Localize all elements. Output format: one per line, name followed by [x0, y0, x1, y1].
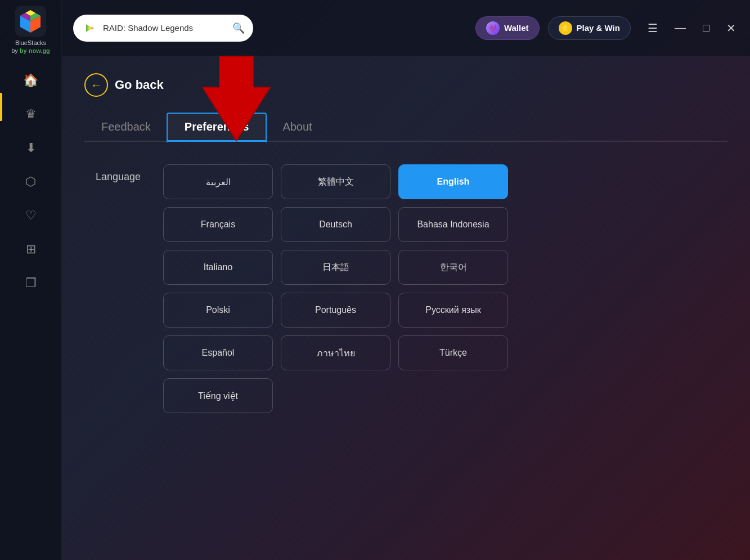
sidebar-nav: 🏠 ♛ ⬇ ⬡ ♡ ⊞ ❐	[0, 66, 61, 297]
lang-btn-pl[interactable]: Polski	[163, 293, 273, 328]
sidebar-item-home[interactable]: 🏠	[14, 66, 48, 95]
lang-btn-en[interactable]: English	[398, 164, 508, 199]
tab-about[interactable]: About	[266, 114, 329, 142]
sidebar-item-heart[interactable]: ♡	[14, 201, 48, 230]
search-icon[interactable]: 🔍	[232, 22, 245, 34]
lang-btn-tr[interactable]: Türkçe	[398, 335, 508, 370]
download-icon: ⬇	[26, 141, 36, 155]
minimize-button[interactable]: —	[672, 19, 689, 37]
home-icon: 🏠	[23, 73, 38, 88]
search-input[interactable]	[103, 23, 227, 33]
lang-btn-de[interactable]: Deutsch	[281, 207, 390, 242]
app-title: BlueStacks	[11, 39, 50, 47]
lang-btn-es[interactable]: Español	[163, 335, 273, 370]
tab-feedback[interactable]: Feedback	[84, 114, 168, 142]
lang-btn-ar[interactable]: العربية	[163, 164, 273, 199]
lang-btn-zh-tw[interactable]: 繁體中文	[281, 164, 390, 199]
close-button[interactable]: ✕	[724, 19, 739, 38]
app-subtitle: by now.gg	[20, 47, 50, 54]
wallet-icon: 💜	[486, 21, 500, 35]
lang-btn-ja[interactable]: 日本語	[281, 250, 390, 285]
close-icon: ✕	[726, 21, 736, 35]
tabs-bar: Feedback Preferences About	[84, 114, 727, 142]
play-win-label: Play & Win	[577, 23, 620, 33]
lang-btn-ko[interactable]: 한국어	[398, 250, 508, 285]
active-indicator	[0, 93, 2, 121]
sidebar-item-copy[interactable]: ❐	[14, 269, 48, 297]
sidebar-item-web3[interactable]: ⬡	[14, 168, 48, 196]
layers-icon: ⊞	[26, 242, 36, 257]
header-controls: ☰ — □ ✕	[645, 19, 739, 38]
lang-btn-id[interactable]: Bahasa Indonesia	[398, 207, 508, 242]
heart-icon: ♡	[25, 208, 37, 223]
main-area: 🔍 💜 Wallet ⭐ Play & Win ☰ — □ ✕	[62, 0, 750, 560]
menu-icon: ☰	[648, 21, 658, 35]
lang-btn-fr[interactable]: Français	[163, 207, 273, 242]
language-section: Language العربية繁體中文EnglishFrançaisDeuts…	[84, 164, 727, 413]
wallet-label: Wallet	[504, 23, 529, 33]
minimize-icon: —	[675, 21, 686, 34]
lang-btn-it[interactable]: Italiano	[163, 250, 273, 285]
language-grid: العربية繁體中文EnglishFrançaisDeutschBahasa …	[163, 164, 508, 413]
crown-icon: ♛	[25, 107, 37, 122]
back-circle: ←	[84, 73, 108, 97]
lang-btn-pt[interactable]: Português	[281, 293, 390, 328]
star-icon: ⭐	[559, 21, 572, 35]
sidebar-item-download[interactable]: ⬇	[14, 134, 48, 162]
maximize-icon: □	[703, 21, 709, 34]
bluestacks-logo	[15, 6, 46, 37]
lang-btn-ru[interactable]: Русский язык	[398, 293, 508, 328]
logo-text: BlueStacks by by now.gg	[11, 39, 50, 55]
lang-btn-th[interactable]: ภาษาไทย	[281, 335, 390, 370]
web3-icon: ⬡	[25, 174, 36, 189]
sidebar-item-layers[interactable]: ⊞	[14, 235, 48, 263]
content-area: ← Go back Feedback Preferences About Lan…	[62, 56, 750, 560]
header: 🔍 💜 Wallet ⭐ Play & Win ☰ — □ ✕	[62, 0, 750, 56]
language-label: Language	[84, 164, 141, 183]
wallet-button[interactable]: 💜 Wallet	[475, 16, 540, 40]
maximize-button[interactable]: □	[700, 19, 712, 37]
tab-preferences[interactable]: Preferences	[168, 114, 266, 142]
search-bar[interactable]: 🔍	[73, 15, 253, 42]
go-back-text: Go back	[115, 78, 164, 92]
copy-icon: ❐	[25, 276, 37, 290]
go-back-button[interactable]: ← Go back	[84, 73, 727, 97]
play-store-icon	[82, 20, 97, 36]
lang-btn-vi[interactable]: Tiếng việt	[163, 378, 273, 413]
logo-area: BlueStacks by by now.gg	[11, 6, 50, 55]
sidebar: BlueStacks by by now.gg 🏠 ♛ ⬇ ⬡ ♡ ⊞ ❐	[0, 0, 62, 560]
menu-button[interactable]: ☰	[645, 19, 661, 38]
sidebar-item-crown[interactable]: ♛	[14, 100, 48, 128]
play-win-button[interactable]: ⭐ Play & Win	[548, 16, 631, 40]
